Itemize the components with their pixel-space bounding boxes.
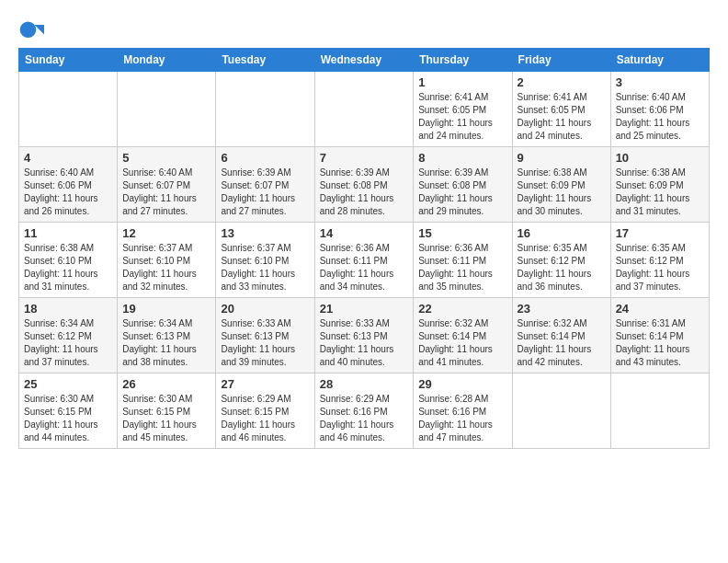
day-info: Sunrise: 6:38 AM Sunset: 6:10 PM Dayligh… xyxy=(24,242,112,293)
calendar-cell: 19Sunrise: 6:34 AM Sunset: 6:13 PM Dayli… xyxy=(118,298,216,373)
calendar-table: SundayMondayTuesdayWednesdayThursdayFrid… xyxy=(18,48,710,449)
day-number: 22 xyxy=(418,302,506,316)
day-info: Sunrise: 6:35 AM Sunset: 6:12 PM Dayligh… xyxy=(616,242,704,293)
svg-point-0 xyxy=(20,22,37,39)
calendar-week-1: 1Sunrise: 6:41 AM Sunset: 6:05 PM Daylig… xyxy=(19,72,710,147)
calendar-week-3: 11Sunrise: 6:38 AM Sunset: 6:10 PM Dayli… xyxy=(19,223,710,298)
calendar-cell: 12Sunrise: 6:37 AM Sunset: 6:10 PM Dayli… xyxy=(118,223,216,298)
calendar-cell: 23Sunrise: 6:32 AM Sunset: 6:14 PM Dayli… xyxy=(512,298,610,373)
day-info: Sunrise: 6:31 AM Sunset: 6:14 PM Dayligh… xyxy=(616,317,704,369)
calendar-cell: 1Sunrise: 6:41 AM Sunset: 6:05 PM Daylig… xyxy=(414,72,512,147)
weekday-header-wednesday: Wednesday xyxy=(314,49,414,72)
calendar-cell: 18Sunrise: 6:34 AM Sunset: 6:12 PM Dayli… xyxy=(19,298,118,373)
day-info: Sunrise: 6:41 AM Sunset: 6:05 PM Dayligh… xyxy=(418,91,506,143)
calendar-week-5: 25Sunrise: 6:30 AM Sunset: 6:15 PM Dayli… xyxy=(19,373,710,449)
day-number: 6 xyxy=(221,151,309,165)
day-info: Sunrise: 6:37 AM Sunset: 6:10 PM Dayligh… xyxy=(221,242,309,293)
weekday-header-saturday: Saturday xyxy=(610,49,709,72)
weekday-header-thursday: Thursday xyxy=(414,49,512,72)
day-info: Sunrise: 6:28 AM Sunset: 6:16 PM Dayligh… xyxy=(418,393,506,444)
weekday-header-sunday: Sunday xyxy=(19,49,118,72)
day-number: 20 xyxy=(221,302,309,316)
calendar-cell: 17Sunrise: 6:35 AM Sunset: 6:12 PM Dayli… xyxy=(610,223,709,298)
day-number: 12 xyxy=(122,226,210,240)
calendar-cell: 25Sunrise: 6:30 AM Sunset: 6:15 PM Dayli… xyxy=(19,373,118,449)
day-info: Sunrise: 6:40 AM Sunset: 6:07 PM Dayligh… xyxy=(122,167,210,218)
calendar-cell: 5Sunrise: 6:40 AM Sunset: 6:07 PM Daylig… xyxy=(118,147,216,223)
calendar-cell: 7Sunrise: 6:39 AM Sunset: 6:08 PM Daylig… xyxy=(314,147,414,223)
calendar-cell: 8Sunrise: 6:39 AM Sunset: 6:08 PM Daylig… xyxy=(414,147,512,223)
day-number: 13 xyxy=(221,226,309,240)
day-number: 29 xyxy=(418,377,506,391)
day-info: Sunrise: 6:33 AM Sunset: 6:13 PM Dayligh… xyxy=(320,317,409,369)
day-number: 19 xyxy=(122,302,210,316)
day-info: Sunrise: 6:38 AM Sunset: 6:09 PM Dayligh… xyxy=(518,167,606,218)
weekday-header-tuesday: Tuesday xyxy=(216,49,314,72)
calendar-cell: 6Sunrise: 6:39 AM Sunset: 6:07 PM Daylig… xyxy=(216,147,314,223)
weekday-header-monday: Monday xyxy=(118,49,216,72)
calendar-cell xyxy=(610,373,709,449)
day-number: 2 xyxy=(518,75,606,89)
calendar-cell xyxy=(512,373,610,449)
calendar-week-4: 18Sunrise: 6:34 AM Sunset: 6:12 PM Dayli… xyxy=(19,298,710,373)
day-number: 7 xyxy=(320,151,409,165)
calendar-cell: 29Sunrise: 6:28 AM Sunset: 6:16 PM Dayli… xyxy=(414,373,512,449)
day-number: 17 xyxy=(616,226,704,240)
calendar-cell: 24Sunrise: 6:31 AM Sunset: 6:14 PM Dayli… xyxy=(610,298,709,373)
calendar-cell: 28Sunrise: 6:29 AM Sunset: 6:16 PM Dayli… xyxy=(314,373,414,449)
day-info: Sunrise: 6:29 AM Sunset: 6:16 PM Dayligh… xyxy=(320,393,409,444)
day-info: Sunrise: 6:39 AM Sunset: 6:08 PM Dayligh… xyxy=(320,167,409,218)
logo xyxy=(18,18,48,44)
calendar-cell: 26Sunrise: 6:30 AM Sunset: 6:15 PM Dayli… xyxy=(118,373,216,449)
day-info: Sunrise: 6:39 AM Sunset: 6:08 PM Dayligh… xyxy=(418,167,506,218)
calendar-cell: 13Sunrise: 6:37 AM Sunset: 6:10 PM Dayli… xyxy=(216,223,314,298)
day-number: 1 xyxy=(418,75,506,89)
calendar-cell: 14Sunrise: 6:36 AM Sunset: 6:11 PM Dayli… xyxy=(314,223,414,298)
day-info: Sunrise: 6:32 AM Sunset: 6:14 PM Dayligh… xyxy=(418,317,506,369)
calendar-cell xyxy=(314,72,414,147)
day-number: 4 xyxy=(24,151,112,165)
day-info: Sunrise: 6:29 AM Sunset: 6:15 PM Dayligh… xyxy=(221,393,309,444)
day-info: Sunrise: 6:38 AM Sunset: 6:09 PM Dayligh… xyxy=(616,167,704,218)
calendar-cell xyxy=(118,72,216,147)
calendar-cell: 4Sunrise: 6:40 AM Sunset: 6:06 PM Daylig… xyxy=(19,147,118,223)
weekday-header-friday: Friday xyxy=(512,49,610,72)
day-number: 10 xyxy=(616,151,704,165)
logo-icon xyxy=(18,18,44,44)
calendar-cell: 10Sunrise: 6:38 AM Sunset: 6:09 PM Dayli… xyxy=(610,147,709,223)
day-number: 16 xyxy=(518,226,606,240)
day-number: 3 xyxy=(616,75,704,89)
day-info: Sunrise: 6:30 AM Sunset: 6:15 PM Dayligh… xyxy=(24,393,112,444)
calendar-cell xyxy=(216,72,314,147)
day-number: 28 xyxy=(320,377,409,391)
day-info: Sunrise: 6:34 AM Sunset: 6:12 PM Dayligh… xyxy=(24,317,112,369)
day-number: 21 xyxy=(320,302,409,316)
day-info: Sunrise: 6:33 AM Sunset: 6:13 PM Dayligh… xyxy=(221,317,309,369)
day-number: 27 xyxy=(221,377,309,391)
day-number: 11 xyxy=(24,226,112,240)
day-info: Sunrise: 6:32 AM Sunset: 6:14 PM Dayligh… xyxy=(518,317,606,369)
calendar-cell: 21Sunrise: 6:33 AM Sunset: 6:13 PM Dayli… xyxy=(314,298,414,373)
day-number: 5 xyxy=(122,151,210,165)
calendar-cell: 16Sunrise: 6:35 AM Sunset: 6:12 PM Dayli… xyxy=(512,223,610,298)
day-info: Sunrise: 6:30 AM Sunset: 6:15 PM Dayligh… xyxy=(122,393,210,444)
page-header xyxy=(18,18,710,44)
calendar-cell: 2Sunrise: 6:41 AM Sunset: 6:05 PM Daylig… xyxy=(512,72,610,147)
calendar-cell: 27Sunrise: 6:29 AM Sunset: 6:15 PM Dayli… xyxy=(216,373,314,449)
day-number: 9 xyxy=(518,151,606,165)
calendar-cell: 20Sunrise: 6:33 AM Sunset: 6:13 PM Dayli… xyxy=(216,298,314,373)
day-info: Sunrise: 6:36 AM Sunset: 6:11 PM Dayligh… xyxy=(320,242,409,293)
day-info: Sunrise: 6:35 AM Sunset: 6:12 PM Dayligh… xyxy=(518,242,606,293)
calendar-cell: 11Sunrise: 6:38 AM Sunset: 6:10 PM Dayli… xyxy=(19,223,118,298)
day-number: 8 xyxy=(418,151,506,165)
calendar-cell xyxy=(19,72,118,147)
calendar-week-2: 4Sunrise: 6:40 AM Sunset: 6:06 PM Daylig… xyxy=(19,147,710,223)
calendar-cell: 22Sunrise: 6:32 AM Sunset: 6:14 PM Dayli… xyxy=(414,298,512,373)
day-number: 15 xyxy=(418,226,506,240)
day-number: 25 xyxy=(24,377,112,391)
day-number: 23 xyxy=(518,302,606,316)
day-number: 24 xyxy=(616,302,704,316)
calendar-header-row: SundayMondayTuesdayWednesdayThursdayFrid… xyxy=(19,49,710,72)
day-number: 18 xyxy=(24,302,112,316)
day-info: Sunrise: 6:34 AM Sunset: 6:13 PM Dayligh… xyxy=(122,317,210,369)
